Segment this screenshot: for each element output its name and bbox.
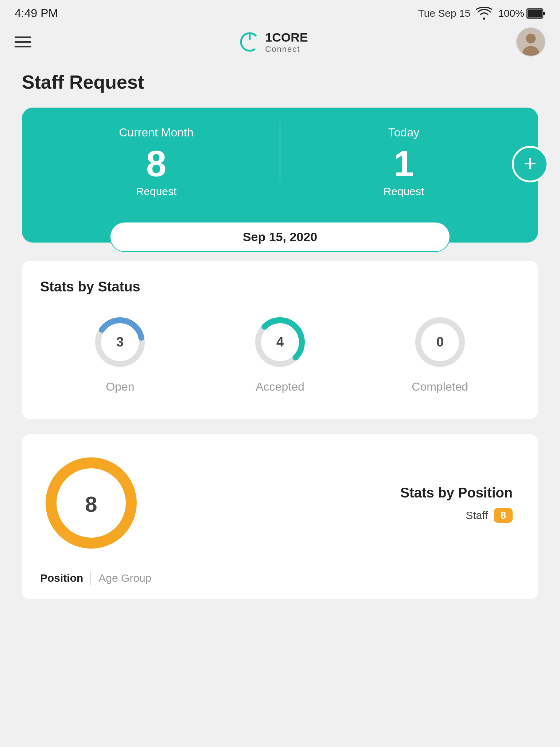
svg-text:8: 8 (85, 492, 97, 516)
status-bar: 4:49 PM Tue Sep 15 100% (0, 0, 560, 24)
today-label: Today (291, 126, 516, 139)
stats-header-card: Current Month 8 Request Today 1 Request … (22, 108, 538, 243)
logo-area: 1CORE Connect (240, 30, 308, 54)
current-month-label: Current Month (44, 126, 269, 139)
tab-position[interactable]: Position (40, 572, 83, 584)
svg-rect-2 (528, 9, 542, 18)
current-month-number: 8 (44, 145, 269, 182)
plus-icon: + (524, 152, 536, 174)
tab-divider (90, 572, 91, 585)
logo-icon (240, 32, 260, 52)
status-donuts-container: 3 Open 4 Accepted 0 Completed (40, 313, 520, 401)
battery-icon: 100% (498, 8, 545, 19)
today-number: 1 (291, 145, 516, 182)
staff-legend-label: Staff (466, 509, 488, 522)
completed-label: Completed (412, 380, 468, 394)
position-donut: 8 (40, 452, 142, 554)
position-donut-wrap: 8 (40, 452, 142, 556)
status-right: Tue Sep 15 100% (418, 7, 545, 20)
status-time: 4:49 PM (15, 7, 58, 20)
user-avatar[interactable] (516, 27, 545, 57)
accepted-donut: 4 (251, 313, 309, 371)
menu-button[interactable] (15, 36, 31, 47)
top-nav: 1CORE Connect (0, 24, 560, 64)
svg-text:4: 4 (276, 334, 284, 349)
open-donut: 3 (91, 313, 149, 371)
position-right: Stats by Position Staff 8 (142, 485, 520, 523)
tab-age-group[interactable]: Age Group (98, 572, 151, 584)
wifi-icon (476, 7, 492, 20)
stats-by-position-card: 8 Stats by Position Staff 8 Position Age… (22, 434, 538, 599)
stats-by-status-card: Stats by Status 3 Open 4 Accepted (22, 261, 538, 419)
page-title: Staff Request (22, 71, 538, 93)
svg-rect-1 (543, 12, 545, 15)
current-month-sub: Request (44, 185, 269, 198)
current-month-col: Current Month 8 Request (44, 126, 269, 198)
stats-by-status-title: Stats by Status (40, 279, 520, 295)
open-label: Open (106, 380, 134, 394)
completed-donut: 0 (411, 313, 469, 371)
today-col: Today 1 Request (291, 126, 516, 198)
position-tabs: Position Age Group (40, 572, 151, 585)
logo-text: 1CORE Connect (265, 30, 308, 54)
completed-donut-item: 0 Completed (411, 313, 469, 394)
staff-legend-badge: 8 (494, 508, 513, 523)
today-sub: Request (291, 185, 516, 198)
svg-text:3: 3 (116, 334, 124, 349)
status-date: Tue Sep 15 (418, 8, 471, 19)
page-content: Staff Request Current Month 8 Request To… (0, 64, 560, 636)
add-request-button[interactable]: + (512, 146, 548, 182)
accepted-label: Accepted (256, 380, 304, 394)
position-section-title: Stats by Position (400, 485, 513, 501)
svg-text:0: 0 (436, 334, 444, 349)
svg-point-6 (526, 34, 536, 43)
accepted-donut-item: 4 Accepted (251, 313, 309, 394)
stats-header-top: Current Month 8 Request Today 1 Request (44, 126, 516, 198)
staff-legend-item: Staff 8 (466, 508, 513, 523)
stats-divider (280, 122, 280, 181)
stats-date-pill: Sep 15, 2020 (110, 222, 450, 252)
open-donut-item: 3 Open (91, 313, 149, 394)
